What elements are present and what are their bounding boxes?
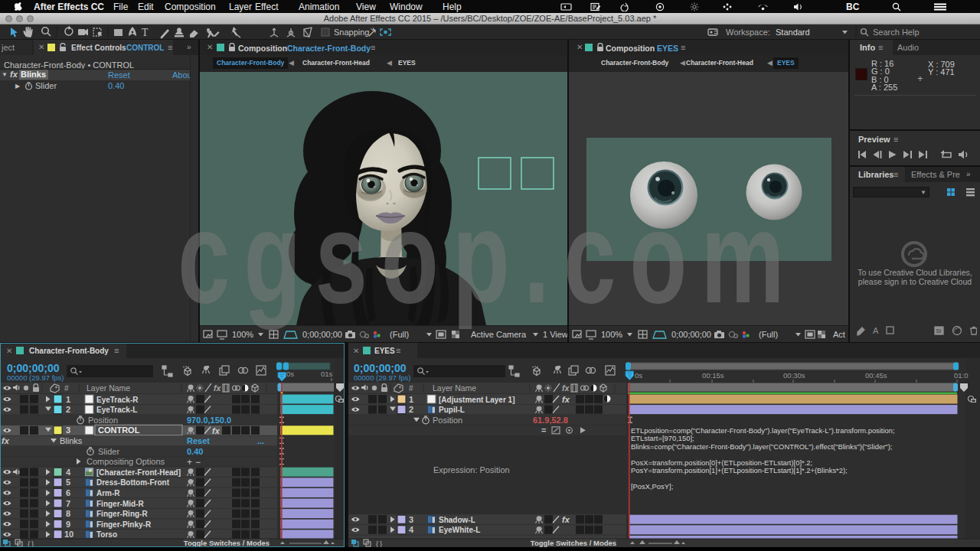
svg-text:Layer Name: Layer Name — [433, 383, 476, 393]
svg-text:fx: fx — [562, 515, 570, 524]
svg-text:4: 4 — [66, 468, 71, 477]
svg-text:3: 3 — [409, 515, 413, 524]
svg-text:Active Camera: Active Camera — [471, 330, 527, 339]
svg-text:0;00;00;00: 0;00;00;00 — [671, 330, 711, 339]
svg-text:Compositing Options: Compositing Options — [87, 457, 165, 466]
svg-text:=: = — [541, 425, 546, 435]
svg-text:1: 1 — [66, 395, 70, 404]
svg-text:✕: ✕ — [6, 347, 12, 355]
svg-text:3: 3 — [66, 425, 70, 435]
svg-text:ETLstart=[970,150];: ETLstart=[970,150]; — [631, 434, 694, 442]
svg-text:61.9,52.8: 61.9,52.8 — [533, 416, 568, 425]
svg-text:Torso: Torso — [96, 530, 117, 539]
svg-text:−: − — [195, 457, 201, 468]
svg-text:EyeTrack-L: EyeTrack-L — [96, 406, 137, 414]
svg-text:100%: 100% — [232, 330, 253, 339]
svg-text:0;00;00;00: 0;00;00;00 — [302, 330, 342, 339]
svg-text:1: 1 — [409, 395, 413, 404]
svg-text:EyeWhite-L: EyeWhite-L — [439, 526, 480, 534]
svg-text:EyeTrack-R: EyeTrack-R — [96, 396, 139, 404]
svg-text:8: 8 — [66, 509, 70, 518]
svg-text:Reset: Reset — [187, 436, 210, 445]
svg-text:ETLposition=comp("Character-Fr: ETLposition=comp("Character-Front-Body")… — [631, 426, 895, 435]
svg-text:00000 (29.97 fps): 00000 (29.97 fps) — [7, 373, 64, 382]
svg-text:Workspace:: Workspace: — [726, 28, 770, 37]
svg-text:01s: 01s — [321, 370, 333, 378]
svg-text:fx: fx — [562, 395, 570, 404]
svg-text:≡: ≡ — [114, 346, 119, 355]
svg-text:0;00;00;00: 0;00;00;00 — [7, 362, 60, 374]
svg-text:Toggle Switches / Modes: Toggle Switches / Modes — [531, 539, 616, 547]
svg-text:0.40: 0.40 — [187, 447, 203, 456]
svg-text:(Full): (Full) — [390, 330, 409, 339]
svg-text:Act: Act — [833, 330, 845, 339]
svg-text:00000 (29.97 fps): 00000 (29.97 fps) — [354, 373, 410, 382]
svg-text:Standard: Standard — [776, 28, 810, 37]
svg-text:[Character-Front-Head]: [Character-Front-Head] — [96, 468, 181, 477]
svg-text:Search Help: Search Help — [873, 28, 920, 37]
svg-text:EYES: EYES — [374, 347, 395, 355]
svg-text:5: 5 — [66, 478, 70, 487]
svg-text:fx: fx — [214, 383, 221, 393]
svg-text:Expression: Position: Expression: Position — [433, 465, 510, 474]
svg-text:CONTROL: CONTROL — [98, 425, 140, 435]
svg-text:00:15s: 00:15s — [702, 371, 724, 380]
svg-text:970.0,150.0: 970.0,150.0 — [187, 416, 231, 425]
svg-text:0;00;00;00: 0;00;00;00 — [354, 362, 407, 374]
svg-text:10: 10 — [64, 530, 74, 539]
svg-text:0s: 0s — [286, 370, 294, 378]
svg-text:0s: 0s — [635, 371, 642, 380]
svg-text:{ }: { } — [376, 540, 382, 547]
svg-text:Dress-Bottom-Front: Dress-Bottom-Front — [96, 478, 170, 487]
svg-text:✕: ✕ — [353, 347, 359, 355]
svg-text:Layer Name: Layer Name — [87, 383, 130, 393]
svg-text:(Full): (Full) — [759, 330, 778, 339]
svg-text:≡: ≡ — [396, 346, 400, 355]
svg-text:St: St — [936, 328, 942, 334]
svg-text:Finger-Pinky-R: Finger-Pinky-R — [96, 520, 152, 529]
svg-text:...: ... — [257, 436, 264, 445]
svg-text:T: T — [142, 27, 149, 38]
svg-text:+: + — [187, 457, 192, 468]
svg-text:Slider: Slider — [98, 447, 119, 456]
svg-text:01:0: 01:0 — [954, 371, 969, 380]
svg-text:Character-Front-Body: Character-Front-Body — [29, 347, 109, 355]
svg-text:fx: fx — [2, 436, 10, 445]
svg-text:Pupil-L: Pupil-L — [439, 406, 465, 414]
svg-text:Blinks=comp("Character-Front-B: Blinks=comp("Character-Front-Body").laye… — [631, 442, 892, 451]
svg-text:00:30s: 00:30s — [783, 371, 805, 380]
svg-text:4: 4 — [409, 525, 414, 534]
svg-text:100%: 100% — [601, 330, 622, 339]
svg-text:{ }: { } — [28, 540, 34, 547]
svg-text:Snapping: Snapping — [334, 28, 370, 37]
svg-text:Toggle Switches / Modes: Toggle Switches / Modes — [184, 539, 270, 547]
svg-text:#: # — [64, 384, 69, 393]
svg-text:2: 2 — [66, 405, 70, 414]
svg-text:1 View: 1 View — [543, 330, 567, 339]
svg-text:Finger-Ring-R: Finger-Ring-R — [96, 510, 148, 518]
svg-text:#: # — [409, 384, 413, 393]
svg-text:A: A — [873, 326, 879, 335]
svg-text:2: 2 — [409, 405, 413, 414]
svg-text:Arm-R: Arm-R — [96, 489, 120, 497]
svg-text:fx: fx — [562, 383, 570, 393]
svg-text:7: 7 — [66, 499, 70, 508]
svg-text:[PosX,PosY];: [PosX,PosY]; — [631, 482, 673, 491]
svg-text:PosX=transform.position[0]+(ET: PosX=transform.position[0]+(ETLposition-… — [631, 458, 812, 467]
svg-text:[Adjustment Layer 1]: [Adjustment Layer 1] — [439, 396, 514, 404]
svg-text:9: 9 — [66, 520, 70, 529]
svg-text:PosY=transform.position[1]+(ET: PosY=transform.position[1]+(ETLposition-… — [631, 466, 848, 474]
svg-text:Blinks: Blinks — [60, 436, 83, 445]
svg-text:fx: fx — [212, 426, 220, 435]
svg-text:6: 6 — [66, 488, 70, 497]
svg-text:00:45s: 00:45s — [865, 371, 887, 380]
svg-text:Finger-Mid-R: Finger-Mid-R — [96, 500, 144, 508]
svg-text:Position: Position — [88, 416, 118, 425]
svg-text:Position: Position — [433, 416, 462, 425]
svg-text:Shadow-L: Shadow-L — [439, 516, 475, 524]
